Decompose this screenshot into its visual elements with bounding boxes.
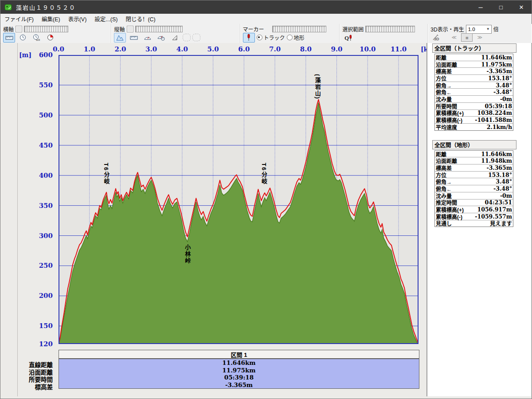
set-square-icon[interactable]: [169, 33, 181, 43]
stat-row: 俯角→3.48°: [435, 82, 513, 89]
stat-value: 11.975km: [481, 61, 512, 68]
toolbar-group-yaxis: 縦軸: [111, 24, 240, 43]
stat-label: 方位: [436, 74, 446, 82]
clock-123-icon[interactable]: 123: [31, 33, 43, 43]
stat-value: 3.48°: [496, 82, 512, 89]
title-bar: 藻岩山１９０５２０ ─ □ ✕: [0, 0, 532, 14]
radio-track[interactable]: トラック: [257, 34, 285, 41]
stat-value: 3.48°: [496, 178, 512, 185]
menu-item-4[interactable]: 閉じる！(C): [121, 13, 159, 24]
stop-button[interactable]: ■: [461, 33, 473, 42]
stats-table-0: 距離11.646km沿面距離11.975km標高差-3.365m方位153.18…: [434, 54, 513, 131]
stat-label: 沈み量: [436, 95, 452, 103]
marker-group-label: マーカー: [243, 25, 264, 33]
stat-row: 俯角←-3.48°: [435, 89, 513, 96]
gauge-icon[interactable]: [141, 33, 153, 43]
toolbar-group-xaxis: 横軸 123: [0, 24, 111, 43]
minimize-button[interactable]: ─: [470, 0, 491, 14]
stats-panel-title-0: 全区間（トラック）: [432, 43, 516, 53]
stat-row: 沿面距離11.948km: [435, 157, 513, 164]
stat-label: 所要時間: [436, 102, 457, 110]
close-button[interactable]: ✕: [511, 0, 532, 14]
xaxis-mini-button[interactable]: [16, 26, 22, 32]
menu-item-1[interactable]: 編集(E): [38, 13, 64, 24]
stat-label: 沈み量: [436, 192, 452, 200]
stat-row: 累積標高(+)1038.224m: [435, 110, 513, 117]
stat-row: 俯角←-3.48°: [435, 185, 513, 192]
stat-row: 推定時間04:23:51: [435, 200, 513, 207]
stat-label: 俯角→: [436, 82, 452, 89]
stat-value: 11.646km: [481, 151, 512, 157]
x-tick-label: 10.0: [359, 45, 376, 53]
toolbar-group-marker: マーカー トラック 地形: [240, 24, 340, 43]
x-tick-label: 8.0: [297, 45, 315, 53]
y-tick-label: 600: [31, 51, 53, 59]
stat-label: 推定時間: [436, 199, 457, 206]
terrain-area: [59, 102, 419, 344]
mountain-icon[interactable]: [114, 33, 126, 43]
stat-row: 距離11.646km: [435, 151, 513, 158]
stat-value: 1056.917m: [477, 206, 512, 213]
playback-speed-select[interactable]: 1.0▼: [466, 25, 492, 34]
stat-label: 見通し: [436, 219, 452, 227]
yaxis-group-label: 縦軸: [114, 25, 125, 33]
ruler-icon[interactable]: [3, 33, 15, 43]
stat-value: -3.48°: [493, 185, 512, 192]
yaxis-scale-slider[interactable]: [135, 26, 183, 32]
section-value: 05:39:18: [59, 374, 419, 381]
selection-group-label: 選択範囲: [342, 25, 364, 33]
range-marker-icon[interactable]: Q: [342, 33, 354, 43]
3d-edit-icon[interactable]: 3D: [430, 33, 442, 43]
yaxis-mini-button[interactable]: [127, 26, 133, 32]
radio-terrain[interactable]: 地形: [287, 34, 305, 41]
stat-row: 沈み量-0m: [435, 96, 513, 103]
forward-button[interactable]: ≫: [474, 34, 485, 41]
maximize-button[interactable]: □: [491, 0, 511, 14]
x-tick-label: 4.0: [173, 45, 191, 53]
marker-pin-icon[interactable]: [243, 33, 255, 43]
xaxis-scale-slider[interactable]: [24, 26, 68, 32]
section-value: 11.646km: [59, 359, 419, 367]
marker-slider[interactable]: [272, 26, 326, 32]
elevation-plot[interactable]: [59, 55, 419, 344]
x-tick-label: 6.0: [235, 45, 253, 53]
toolbar-group-3d: 3D表示・再生 1.0▼ 倍 3D ≪ ■ ≫: [428, 24, 532, 43]
selection-slider[interactable]: [365, 26, 415, 32]
stats-table-1: 距離11.646km沿面距離11.948km標高差-3.365m方位153.18…: [434, 150, 513, 227]
stat-label: 累積標高(-): [436, 116, 462, 124]
y-tick-label: 400: [31, 172, 53, 180]
window-title: 藻岩山１９０５２０: [16, 3, 76, 12]
stat-value: 見えます: [490, 219, 512, 227]
stat-label: 標高差: [436, 67, 452, 75]
annotation-label: (藻岩山): [314, 74, 321, 100]
gauge-clock-icon[interactable]: [155, 33, 167, 43]
menu-item-2[interactable]: 表示(V): [64, 13, 91, 24]
rewind-button[interactable]: ≪: [449, 34, 459, 41]
gutter-divider: [17, 43, 18, 396]
y-tick-label: 200: [31, 292, 53, 300]
stat-value: -1041.588m: [475, 117, 512, 123]
ghost-icon: [192, 34, 200, 41]
pie-timer-icon[interactable]: [44, 33, 56, 43]
stat-label: 距離: [436, 54, 446, 61]
section-header: 区間 1: [59, 350, 419, 359]
stat-row: 俯角→3.48°: [435, 178, 513, 185]
menu-item-3[interactable]: 設定...(S): [90, 13, 121, 24]
stat-row: 沿面距離11.975km: [435, 61, 513, 68]
menu-item-0[interactable]: ファイル(F): [0, 13, 38, 24]
y-tick-label: 300: [31, 232, 53, 240]
stat-row: 標高差-3.365m: [435, 164, 513, 172]
stat-value: -0m: [500, 96, 512, 102]
clock-icon[interactable]: [17, 33, 29, 43]
section-value: -3.365m: [59, 381, 419, 389]
x-tick-label: 11.0: [390, 45, 407, 53]
stat-row: 累積標高(+)1056.917m: [435, 206, 513, 213]
stat-row: 方位153.18°: [435, 172, 513, 179]
menu-bar: ファイル(F)編集(E)表示(V)設定...(S)閉じる！(C): [0, 14, 532, 24]
ruler-icon[interactable]: [128, 33, 140, 43]
stat-value: -3.365m: [486, 164, 512, 171]
app-window: 藻岩山１９０５２０ ─ □ ✕ ファイル(F)編集(E)表示(V)設定...(S…: [0, 0, 532, 399]
toolbar: 横軸 123 縦軸: [0, 24, 532, 43]
stat-value: 05:39:18: [485, 103, 512, 110]
svg-text:Q: Q: [344, 35, 349, 41]
